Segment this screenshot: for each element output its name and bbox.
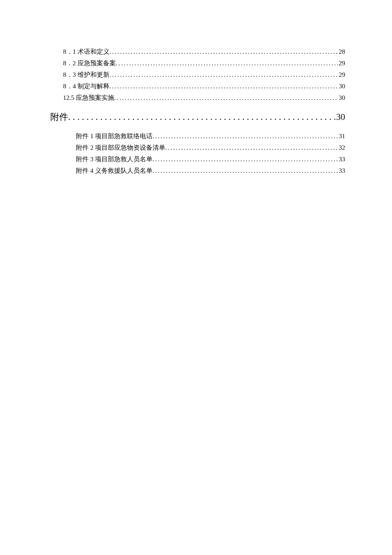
toc-page-number: 30 (338, 92, 345, 104)
toc-heading-entry: 附件 30 (50, 111, 345, 123)
toc-heading-label: 附件 (50, 111, 68, 123)
toc-leader-dots (110, 81, 338, 92)
toc-page-number: 30 (338, 81, 345, 92)
toc-entry: 8．1 术语和定义 28 (63, 46, 345, 58)
toc-page-number: 30 (335, 111, 345, 123)
toc-entry: 附件 4 义务救援队人员名单 33 (76, 165, 345, 177)
toc-page-number: 33 (338, 165, 345, 177)
toc-leader-dots (110, 69, 338, 81)
toc-leader-dots (110, 46, 338, 58)
toc-page-number: 29 (338, 69, 345, 81)
toc-page-number: 29 (338, 58, 345, 69)
toc-entry: 12.5 应急预案实施 30 (63, 92, 345, 104)
toc-leader-dots (116, 58, 338, 69)
toc-label: 附件 2 项目部应急物资设备清单 (76, 142, 165, 154)
toc-label: 8．4 制定与解释 (63, 81, 110, 92)
toc-entry: 8．2 应急预案备案 29 (63, 58, 345, 69)
toc-label: 12.5 应急预案实施 (63, 92, 114, 104)
toc-label: 8．2 应急预案备案 (63, 58, 116, 69)
toc-page-number: 32 (338, 142, 345, 154)
toc-label: 8．1 术语和定义 (63, 46, 110, 58)
toc-entry: 8．3 维护和更新 29 (63, 69, 345, 81)
toc-entry: 8．4 制定与解释 30 (63, 81, 345, 92)
toc-leader-dots (153, 131, 338, 142)
toc-label: 8．3 维护和更新 (63, 69, 110, 81)
toc-page-number: 31 (338, 131, 345, 142)
toc-entry: 附件 2 项目部应急物资设备清单 32 (76, 142, 345, 154)
toc-leader-dots (153, 165, 338, 177)
table-of-contents: 8．1 术语和定义 28 8．2 应急预案备案 29 8．3 维护和更新 29 … (63, 46, 345, 177)
toc-leader-dots (165, 142, 338, 154)
toc-label: 附件 4 义务救援队人员名单 (76, 165, 153, 177)
toc-leader-dots (68, 111, 335, 123)
toc-page-number: 28 (338, 46, 345, 58)
toc-label: 附件 1 项目部急救联络电话 (76, 131, 153, 142)
toc-leader-dots (153, 154, 338, 165)
toc-label: 附件 3 项目部急救人员名单 (76, 154, 153, 165)
toc-entry: 附件 3 项目部急救人员名单 33 (76, 154, 345, 165)
toc-page-number: 33 (338, 154, 345, 165)
toc-entry: 附件 1 项目部急救联络电话 31 (76, 131, 345, 142)
toc-leader-dots (114, 92, 338, 104)
